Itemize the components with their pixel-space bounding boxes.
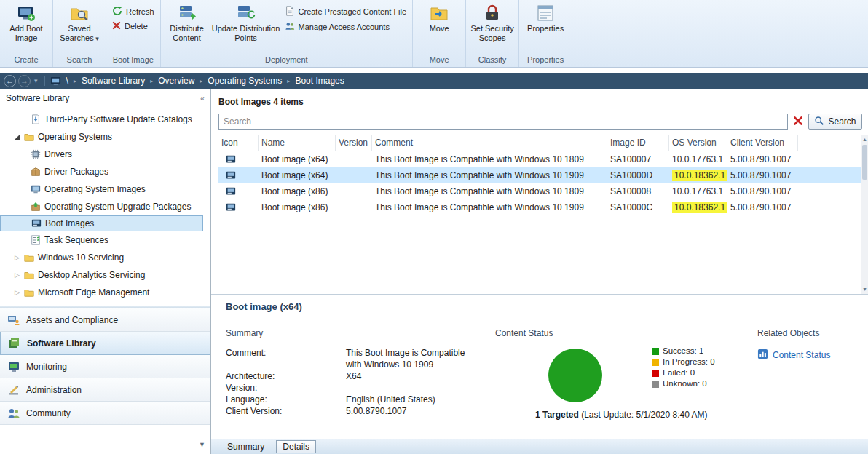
scroll-up-icon[interactable]: ▲	[861, 135, 868, 144]
cell-os-version: 10.0.17763.1	[669, 183, 727, 199]
monitoring-icon	[7, 360, 20, 373]
search-button[interactable]: Search	[808, 114, 862, 130]
content-status-pie-chart	[548, 349, 602, 402]
tree-item-label: Driver Packages	[44, 167, 108, 177]
prestaged-content-icon	[285, 6, 295, 17]
move-button[interactable]: Move	[416, 1, 462, 33]
add-boot-image-icon	[17, 4, 36, 23]
cell-comment: This Boot Image is Compatible with Windo…	[372, 167, 607, 183]
tree-item-desktop-analytics-servicing[interactable]: ▷ Desktop Analytics Servicing	[0, 266, 210, 284]
clear-search-button[interactable]	[791, 114, 805, 129]
tree-item-microsoft-edge-management[interactable]: ▷ Microsoft Edge Management	[0, 284, 210, 301]
scrollbar-thumb[interactable]	[862, 145, 867, 180]
collapse-pane-icon[interactable]: «	[200, 94, 205, 103]
boot-image-icon	[226, 154, 236, 164]
set-security-scopes-label: Set Security Scopes	[470, 24, 515, 43]
administration-icon	[7, 383, 20, 397]
workspace-administration[interactable]: Administration	[0, 378, 210, 402]
column-header-client-version[interactable]: Client Version	[727, 135, 798, 151]
tree-item-label: Third-Party Software Update Catalogs	[44, 114, 192, 124]
field-label-language: Language:	[226, 394, 346, 405]
breadcrumb-root[interactable]: \	[63, 75, 71, 87]
field-label-client-version: Client Version:	[226, 405, 346, 417]
tree-item-label: Windows 10 Servicing	[38, 252, 124, 263]
tree-item-driver-packages[interactable]: Driver Packages	[0, 163, 210, 180]
ribbon-filler	[572, 0, 868, 67]
breadcrumb-item-boot-images[interactable]: Boot Images	[292, 75, 347, 87]
saved-searches-button[interactable]: Saved Searches	[56, 1, 103, 44]
column-header-image-id[interactable]: Image ID	[607, 135, 669, 151]
properties-button[interactable]: Properties	[522, 1, 569, 33]
breadcrumb-separator-icon: ▸	[287, 78, 290, 84]
tree-expander-expanded-icon[interactable]	[15, 135, 20, 140]
table-row-selected[interactable]: Boot image (x64) This Boot Image is Comp…	[218, 167, 862, 183]
forward-button[interactable]: →	[18, 75, 31, 87]
create-prestaged-content-file-button[interactable]: Create Prestaged Content File	[282, 5, 410, 18]
tree-item-drivers[interactable]: Drivers	[0, 146, 210, 163]
related-objects-header: Related Objects	[757, 328, 862, 341]
tree-expander-collapsed-icon[interactable]: ▷	[15, 271, 20, 279]
tree-item-windows-10-servicing[interactable]: ▷ Windows 10 Servicing	[0, 249, 210, 266]
table-row[interactable]: Boot image (x86) This Boot Image is Comp…	[218, 183, 862, 199]
saved-searches-icon	[70, 4, 89, 23]
breadcrumb-separator-icon: ▸	[74, 78, 76, 84]
breadcrumb-item-overview[interactable]: Overview	[155, 75, 197, 87]
column-header-os-version[interactable]: OS Version	[669, 135, 727, 151]
workspace-software-library[interactable]: Software Library	[0, 332, 210, 355]
legend-item-unknown: Unknown: 0	[652, 378, 715, 389]
tree-item-third-party-software-update-catalogs[interactable]: Third-Party Software Update Catalogs	[0, 111, 210, 128]
cell-version	[336, 199, 372, 215]
content-status-link[interactable]: Content Status	[757, 349, 862, 362]
cell-image-id: SA10000D	[607, 167, 669, 183]
workspace-label: Assets and Compliance	[26, 315, 118, 325]
column-header-filler	[798, 135, 862, 151]
content-status-header: Content Status	[495, 328, 735, 341]
column-header-comment[interactable]: Comment	[372, 135, 607, 151]
ribbon-group-label-boot-image: Boot Image	[108, 55, 159, 67]
tree-item-label: Task Sequences	[44, 235, 108, 245]
manage-access-accounts-button[interactable]: Manage Access Accounts	[282, 20, 410, 33]
tree-item-operating-systems[interactable]: Operating Systems	[0, 128, 210, 146]
list-title: Boot Images 4 items	[218, 97, 304, 107]
tree-item-task-sequences[interactable]: Task Sequences	[0, 231, 210, 249]
tree-expander-collapsed-icon[interactable]: ▷	[15, 289, 20, 296]
delete-button[interactable]: Delete	[109, 20, 157, 32]
distribute-content-button[interactable]: Distribute Content	[164, 1, 210, 43]
table-row[interactable]: Boot image (x86) This Boot Image is Comp…	[218, 199, 862, 215]
breadcrumb-item-software-library[interactable]: Software Library	[79, 75, 148, 87]
tree-item-operating-system-upgrade-packages[interactable]: Operating System Upgrade Packages	[0, 198, 210, 215]
workspace-monitoring[interactable]: Monitoring	[0, 355, 210, 378]
search-input[interactable]	[218, 114, 788, 130]
add-boot-image-button[interactable]: Add Boot Image	[3, 1, 50, 43]
workspace-community[interactable]: Community	[0, 402, 210, 425]
tree-expander-collapsed-icon[interactable]: ▷	[15, 254, 20, 261]
navigation-tree: Third-Party Software Update Catalogs Ope…	[0, 108, 210, 306]
back-button[interactable]: ←	[4, 75, 16, 87]
breadcrumb-item-operating-systems[interactable]: Operating Systems	[205, 75, 285, 87]
tab-summary[interactable]: Summary	[221, 441, 270, 453]
tree-item-operating-system-images[interactable]: Operating System Images	[0, 180, 210, 198]
tree-item-boot-images[interactable]: Boot Images	[0, 215, 203, 231]
tab-details[interactable]: Details	[276, 440, 316, 453]
legend-item-success: Success: 1	[652, 346, 715, 357]
ribbon-group-label-properties: Properties	[521, 55, 570, 67]
workspace-assets-and-compliance[interactable]: Assets and Compliance	[0, 308, 210, 332]
navigation-pane: Software Library « Third-Party Software …	[0, 89, 211, 454]
update-distribution-points-button[interactable]: Update Distribution Points	[210, 1, 282, 43]
table-row[interactable]: Boot image (x64) This Boot Image is Comp…	[218, 151, 862, 167]
scroll-down-icon[interactable]: ▼	[861, 285, 868, 294]
cell-version	[336, 167, 372, 183]
set-security-scopes-button[interactable]: Set Security Scopes	[469, 1, 516, 43]
refresh-button[interactable]: Refresh	[109, 5, 157, 18]
cell-comment: This Boot Image is Compatible with Windo…	[372, 183, 607, 199]
column-header-name[interactable]: Name	[259, 135, 336, 151]
cell-name: Boot image (x64)	[259, 151, 336, 167]
detail-tab-bar: Summary Details	[211, 439, 868, 454]
ribbon-group-move: Move Move	[413, 0, 466, 67]
boot-images-table: Icon Name Version Comment Image ID OS Ve…	[218, 135, 862, 215]
configure-buttons-chevron-icon[interactable]: ▼	[199, 441, 205, 448]
column-header-version[interactable]: Version	[336, 135, 372, 151]
column-header-icon-col[interactable]: Icon	[218, 135, 259, 151]
history-dropdown-icon[interactable]: ▾	[33, 77, 39, 84]
list-scrollbar[interactable]: ▲ ▼	[861, 135, 868, 294]
